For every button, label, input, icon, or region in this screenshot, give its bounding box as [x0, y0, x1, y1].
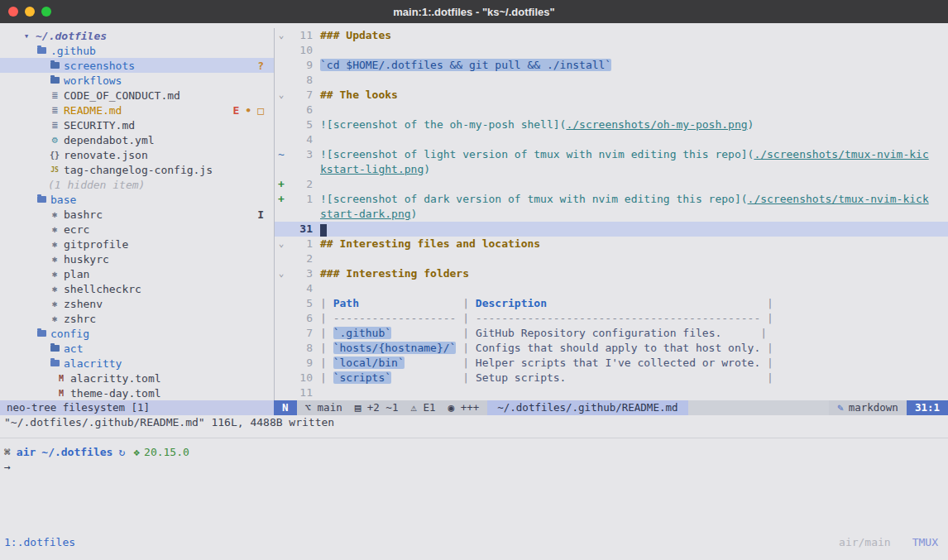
editor-line[interactable]: +1![screenshot of dark version of tmux w…	[275, 192, 948, 207]
apple-icon: ⌘	[4, 446, 11, 458]
tree-item-label: shellcheckrc	[64, 283, 141, 295]
cursor-position-segment: 31:1	[907, 400, 948, 415]
editor-cursor-line[interactable]: 31	[275, 222, 948, 237]
tree-item-plan[interactable]: ✱plan	[0, 266, 274, 281]
fold-marker[interactable]: +	[275, 192, 288, 207]
shell-file-icon: ✱	[48, 269, 61, 280]
sync-icon: ↻	[118, 446, 125, 458]
tree-item-readme.md[interactable]: ≣README.mdE•□	[0, 103, 274, 117]
line-number: 4	[288, 132, 320, 147]
editor-line[interactable]: 6| ------------------- | ---------------…	[275, 311, 948, 326]
tree-item-label: plan	[64, 268, 89, 280]
tree-item-label: .github	[50, 45, 96, 57]
tree-item-workflows[interactable]: workflows	[0, 73, 274, 88]
fold-column	[275, 58, 288, 73]
tree-item-config[interactable]: config	[0, 326, 274, 341]
editor-line[interactable]: ⌄3### Interesting folders	[275, 266, 948, 281]
editor-line[interactable]: ⌄7## The looks	[275, 88, 948, 103]
tree-item-label: workflows	[64, 74, 122, 87]
editor-line[interactable]: 8| `hosts/{hostname}/` | Configs that sh…	[275, 341, 948, 356]
folder-open-icon	[35, 47, 48, 54]
editor-line[interactable]: 4	[275, 281, 948, 296]
line-text: | `.github` | GitHub Repository configur…	[320, 326, 767, 341]
tree-item--1-hidden-item-[interactable]: (1 hidden item)	[0, 177, 274, 192]
tree-item-dependabot.yml[interactable]: ⚙dependabot.yml	[0, 132, 274, 147]
tree-item-screenshots[interactable]: screenshots?	[0, 58, 274, 73]
fold-marker[interactable]: +	[275, 177, 288, 192]
editor-line[interactable]: ⌄1## Interesting files and locations	[275, 237, 948, 251]
fold-marker[interactable]: ⌄	[275, 28, 288, 43]
tree-item-.github[interactable]: .github	[0, 43, 274, 58]
window-title: main:1:.dotfiles - "ks~/.dotfiles"	[0, 6, 948, 18]
editor-line[interactable]: ⌄11### Updates	[275, 28, 948, 43]
tree-item-huskyrc[interactable]: ✱huskyrc	[0, 251, 274, 266]
editor-line[interactable]: 6	[275, 103, 948, 117]
tree-item-zshrc[interactable]: ✱zshrc	[0, 311, 274, 326]
tree-item-zshenv[interactable]: ✱zshenv	[0, 296, 274, 311]
tree-item-act[interactable]: act	[0, 341, 274, 356]
tree-item-security.md[interactable]: ≣SECURITY.md	[0, 117, 274, 132]
tree-item-label: act	[64, 342, 83, 355]
tree-item-label: dependabot.yml	[64, 134, 155, 146]
neo-tree-panel[interactable]: ▾~/.dotfiles.githubscreenshots?workflows…	[0, 28, 274, 400]
tree-item-label: README.md	[64, 104, 122, 117]
editor-line[interactable]: 10	[275, 43, 948, 58]
neotree-statusline: neo-tree filesystem [1]	[0, 400, 274, 415]
fold-marker[interactable]: ⌄	[275, 88, 288, 103]
tree-item-gitprofile[interactable]: ✱gitprofile	[0, 237, 274, 251]
tree-item-label: SECURITY.md	[64, 119, 135, 132]
tree-item-code-of-conduct.md[interactable]: ≣CODE_OF_CONDUCT.md	[0, 88, 274, 103]
editor-line[interactable]: 4	[275, 132, 948, 147]
tree-item-renovate.json[interactable]: {}renovate.json	[0, 147, 274, 162]
shell-file-icon: ✱	[48, 239, 61, 250]
shell-pane[interactable]: ⌘air~/.dotfiles↻❖20.15.0 →	[0, 438, 948, 475]
tree-item-tag-changelog-config.js[interactable]: JStag-changelog-config.js	[0, 162, 274, 177]
line-text: | `hosts/{hostname}/` | Configs that sho…	[320, 341, 773, 356]
git-status-badges: I	[257, 208, 274, 221]
editor-line[interactable]: 2	[275, 251, 948, 266]
minimize-button[interactable]	[25, 7, 35, 17]
fold-marker[interactable]: ⌄	[275, 266, 288, 281]
shell-file-icon: ✱	[48, 314, 61, 324]
tree-item-alacritty[interactable]: alacritty	[0, 356, 274, 371]
editor-line[interactable]: start-dark.png)	[275, 207, 948, 222]
tree-item--.dotfiles[interactable]: ▾~/.dotfiles	[0, 28, 274, 43]
editor-line[interactable]: 5![screenshot of the oh-my-posh shell](.…	[275, 117, 948, 132]
editor-panel[interactable]: ⌄11### Updates109`cd $HOME/.dotfiles && …	[274, 28, 948, 400]
editor-line[interactable]: 10| `scripts` | Setup scripts. |	[275, 371, 948, 385]
line-number: 3	[288, 266, 320, 281]
tree-item-bashrc[interactable]: ✱bashrcI	[0, 207, 274, 222]
tree-item-label: zshrc	[64, 313, 96, 325]
editor-line[interactable]: 11	[275, 385, 948, 400]
editor-line[interactable]: 8	[275, 73, 948, 88]
fold-column	[275, 311, 288, 326]
shell-empty-area	[0, 475, 948, 535]
file-path-segment: ~/.dotfiles/.github/README.md	[487, 400, 687, 415]
tree-item-label: ~/.dotfiles	[36, 30, 107, 42]
shell-prompt: ⌘air~/.dotfiles↻❖20.15.0	[4, 445, 948, 460]
tree-item-alacritty.toml[interactable]: Malacritty.toml	[0, 371, 274, 385]
folder-icon	[48, 345, 61, 352]
tmux-window-1[interactable]: 1:.dotfiles	[4, 535, 75, 550]
fold-column	[275, 385, 288, 400]
editor-line[interactable]: 7| `.github` | GitHub Repository configu…	[275, 326, 948, 341]
fold-marker[interactable]: ⌄	[275, 237, 288, 251]
editor-line[interactable]: +2	[275, 177, 948, 192]
editor-line[interactable]: 9| `local/bin` | Helper scripts that I'v…	[275, 356, 948, 371]
traffic-lights	[0, 7, 51, 17]
vim-mode-indicator: N	[274, 400, 297, 415]
tree-item-base[interactable]: base	[0, 192, 274, 207]
zoom-button[interactable]	[41, 7, 51, 17]
tree-item-shellcheckrc[interactable]: ✱shellcheckrc	[0, 281, 274, 296]
tree-item-label: huskyrc	[64, 253, 109, 266]
line-text: kstart-light.png)	[320, 162, 430, 177]
editor-line[interactable]: 9`cd $HOME/.dotfiles && git pull && ./in…	[275, 58, 948, 73]
editor-line[interactable]: kstart-light.png)	[275, 162, 948, 177]
fold-column	[275, 103, 288, 117]
tree-item-ecrc[interactable]: ✱ecrc	[0, 222, 274, 237]
fold-marker[interactable]: ~	[275, 147, 288, 162]
tree-item-theme-day.toml[interactable]: Mtheme-day.toml	[0, 385, 274, 400]
editor-line[interactable]: 5| Path | Description |	[275, 296, 948, 311]
editor-line[interactable]: ~3![screenshot of light version of tmux …	[275, 147, 948, 162]
close-button[interactable]	[8, 7, 18, 17]
